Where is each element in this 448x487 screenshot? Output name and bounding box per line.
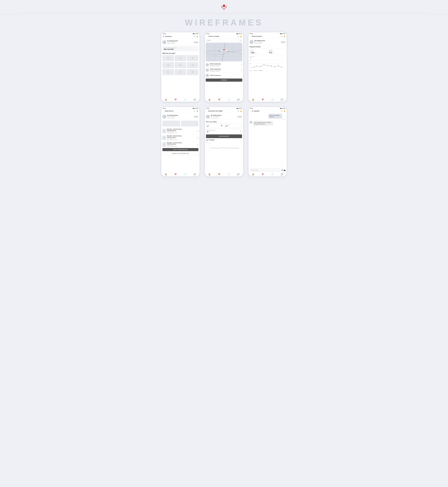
bottom-nav: 🏠 📅 📄 💬 [248, 97, 287, 102]
rx-thumb [162, 129, 166, 133]
img-5 [175, 62, 186, 68]
calculate-button[interactable]: CALCULATE [206, 134, 242, 138]
bottom-nav: 🏠 📅 📄 💬 [205, 97, 243, 102]
bell-icon[interactable]: 🔔 [196, 110, 198, 112]
image-attach-icon[interactable]: 🖼 [281, 169, 283, 171]
user-info: Mr. Pradeep Kumar MRN: 02120000012 DOB: … [255, 40, 280, 44]
change-button[interactable]: Change [193, 116, 199, 118]
home-nav-item[interactable]: 🏠 [208, 99, 211, 101]
rx-radio[interactable] [197, 144, 199, 145]
back-button[interactable]: ← [206, 110, 207, 112]
back-button[interactable]: ← [206, 36, 207, 37]
bell-icon[interactable]: 🔔 [240, 110, 242, 112]
home-nav-item[interactable]: 🏠 [165, 99, 167, 101]
height-value: 6.4" [225, 126, 241, 127]
signal-icon: ▮▮▮ [193, 108, 194, 109]
svg-point-5 [180, 58, 180, 58]
change-button[interactable]: Change [193, 41, 199, 43]
bell-icon[interactable]: 🔔 [284, 35, 285, 37]
distance-label: DistanceCovered [269, 50, 285, 52]
chat-nav-item[interactable]: 💬 [237, 173, 240, 176]
cart-icon[interactable]: 🛒 [281, 110, 283, 112]
back-button[interactable]: ← [250, 36, 251, 37]
home-nav-item[interactable]: 🏠 [252, 99, 254, 101]
cart-icon[interactable]: 🛒 [194, 110, 196, 112]
change-button[interactable]: Change [281, 41, 286, 43]
loc-radio[interactable] [241, 64, 242, 65]
document-nav-item[interactable]: 📄 [184, 173, 186, 176]
user-card: Mr. Pradeep Kumar MRN: 02120000012 DOB: … [162, 39, 199, 45]
document-nav-item[interactable]: 📄 [271, 99, 273, 101]
back-button[interactable]: ← [163, 110, 164, 112]
user-info: Mr. Pradeep Kumar MRN: 02120000012 DOB: … [211, 115, 236, 119]
calendar-nav-item[interactable]: 📅 [174, 99, 177, 101]
search-bar[interactable]: 🔍 [206, 39, 242, 42]
search-icon: 🔍 [240, 40, 241, 41]
status-icons: ▮▮▮ wifi ▮ [236, 33, 241, 34]
calendar-nav-item[interactable]: 📅 [262, 173, 264, 176]
svg-point-52 [225, 148, 225, 148]
signal-icon: ▮▮▮ [280, 33, 282, 34]
home-nav-item[interactable]: 🏠 [252, 173, 254, 176]
rx-radio[interactable] [197, 130, 199, 132]
choose-button[interactable]: CHOOSE [206, 79, 242, 82]
chat-nav-item[interactable]: 💬 [194, 99, 196, 101]
loc-avatar [206, 69, 209, 72]
cart-icon[interactable]: 🛒 [281, 35, 283, 37]
cart-icon[interactable]: 🛒 [237, 110, 239, 112]
chat-nav-item[interactable]: 💬 [194, 173, 196, 176]
document-nav-item[interactable]: 📄 [228, 99, 230, 101]
calendar-nav-item[interactable]: 📅 [218, 99, 220, 101]
record-img-2 [181, 121, 199, 127]
bell-icon[interactable]: 🔔 [284, 110, 285, 112]
location-item-2[interactable]: DMDSC Gopalapuram No 6B Conram Smith Roa… [206, 68, 242, 73]
phone-dashboard: 09:30 ▮▮▮ wifi ▮ ☰ Dashboard 🛒 🔔 Mr. Pra… [161, 32, 200, 102]
calendar-nav-item[interactable]: 📅 [218, 173, 220, 176]
img-1 [162, 55, 174, 61]
svg-point-38 [264, 64, 264, 65]
physical-content: Mr. Pradeep Kumar MRN: 02120000012 DOB: … [248, 38, 287, 97]
nav-bar: ← Choose a location 🛒 🔔 [205, 35, 243, 38]
user-info: Mr. Pradeep Kumar MRN: 02120000012 DOB: … [167, 115, 193, 119]
location-item-selected[interactable]: DMDSC Gopalapuram [206, 73, 242, 78]
document-nav-item[interactable]: 📄 [184, 99, 186, 101]
user-card: Mr. Pradeep Kumar MRN: 02120000012 DOB: … [249, 39, 286, 45]
back-button[interactable]: ← [250, 110, 251, 112]
status-time: 09:30 [207, 33, 209, 34]
svg-point-7 [192, 58, 193, 58]
img-6 [187, 62, 199, 68]
weight-field[interactable]: Enter body weight (kg) 60 ▼ [206, 129, 242, 134]
camera-icon[interactable]: 📷 [284, 169, 286, 171]
cart-icon[interactable]: 🛒 [237, 35, 239, 37]
loc-radio[interactable] [241, 69, 242, 71]
bell-icon[interactable]: 🔔 [240, 35, 242, 37]
document-nav-item[interactable]: 📄 [271, 173, 273, 176]
change-button[interactable]: Change [237, 116, 242, 118]
height-field[interactable]: Your Height 6.4" ↕ [224, 123, 242, 128]
kg-label: Kg [206, 141, 242, 142]
home-nav-item[interactable]: 🏠 [165, 173, 167, 176]
status-time: 09:30 [207, 108, 209, 109]
bottom-nav: 🏠 📅 📄 💬 [248, 172, 287, 176]
chat-nav-item[interactable]: 💬 [281, 99, 283, 101]
chat-nav-item[interactable]: 💬 [237, 99, 240, 101]
section-title: Physical Activity [249, 46, 286, 48]
location-item-1[interactable]: DMDSC Gopalapuram No 6B Conram Smith Roa… [206, 62, 242, 68]
calendar-nav-item[interactable]: 📅 [262, 99, 264, 101]
rx-radio[interactable] [197, 137, 199, 138]
weight-inner: Enter body weight (kg) 60 [207, 130, 240, 132]
weight-value: 60 [207, 131, 240, 132]
document-nav-item[interactable]: 📄 [228, 173, 230, 176]
refill-button[interactable]: REFILL PRESCRIPTION [162, 148, 199, 151]
download-button[interactable]: DOWNLOAD PRESCRIPTION [162, 152, 199, 155]
home-nav-item[interactable]: 🏠 [208, 173, 211, 176]
cart-icon[interactable]: 🛒 [194, 36, 196, 37]
search-input[interactable] [207, 40, 239, 41]
menu-icon[interactable]: ☰ [163, 35, 164, 37]
svg-text:1000: 1000 [249, 67, 252, 68]
calendar-nav-item[interactable]: 📅 [174, 173, 177, 176]
age-field[interactable]: Your age 34 📅 [206, 123, 224, 128]
chat-input[interactable]: Type something [249, 169, 280, 172]
bell-icon[interactable]: 🔔 [196, 36, 198, 37]
chat-nav-item[interactable]: 💬 [281, 173, 283, 176]
